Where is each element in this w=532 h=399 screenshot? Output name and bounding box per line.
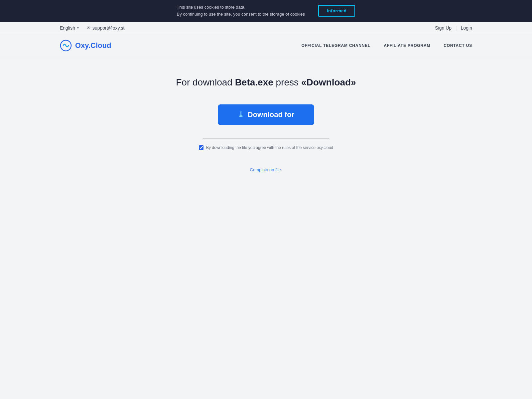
page-heading: For download Beta.exe press «Download» (140, 77, 392, 88)
informed-button[interactable]: Informed (318, 5, 355, 17)
email-address: support@oxy.st (92, 25, 124, 31)
main-content: For download Beta.exe press «Download» ⤓… (133, 57, 399, 193)
header: Oxy.Cloud OFFICIAL TELEGRAM CHANNEL AFFI… (0, 34, 532, 57)
terms-text: By downloading the file you agree with t… (206, 145, 333, 150)
cookie-line2: By continuing to use the site, you conse… (177, 11, 305, 18)
download-icon: ⤓ (238, 110, 244, 119)
complain-link[interactable]: Complain on file· (250, 167, 282, 172)
terms-row: By downloading the file you agree with t… (140, 145, 392, 150)
terms-checkbox[interactable] (199, 145, 203, 150)
main-nav: OFFICIAL TELEGRAM CHANNEL AFFILIATE PROG… (301, 43, 472, 48)
logo-icon (60, 40, 72, 52)
logo-text-cloud: Cloud (90, 41, 111, 50)
cookie-banner: This site uses cookies to store data. By… (0, 0, 532, 22)
email-icon: ✉ (87, 25, 90, 30)
utility-left: English ▾ ✉ support@oxy.st (60, 25, 124, 31)
download-button-label: Download for (248, 110, 295, 119)
utility-right: Sign Up | Login (435, 25, 472, 31)
logo[interactable]: Oxy.Cloud (60, 40, 111, 52)
nav-telegram-link[interactable]: OFFICIAL TELEGRAM CHANNEL (301, 43, 370, 48)
login-link[interactable]: Login (461, 25, 472, 31)
nav-affiliate-link[interactable]: AFFILIATE PROGRAM (384, 43, 430, 48)
cookie-text: This site uses cookies to store data. By… (177, 4, 305, 18)
heading-suffix: press (273, 77, 301, 87)
separator (203, 138, 329, 139)
language-label: English (60, 25, 75, 31)
nav-contact-link[interactable]: CONTACT US (444, 43, 472, 48)
heading-filename: Beta.exe (235, 77, 273, 87)
heading-prefix: For download (176, 77, 235, 87)
signup-link[interactable]: Sign Up (435, 25, 452, 31)
divider: | (456, 25, 457, 31)
logo-text-oxy: Oxy. (75, 41, 90, 50)
logo-text: Oxy.Cloud (75, 41, 111, 50)
chevron-down-icon: ▾ (77, 26, 79, 30)
download-button[interactable]: ⤓ Download for (218, 104, 315, 125)
utility-bar: English ▾ ✉ support@oxy.st Sign Up | Log… (0, 22, 532, 34)
heading-action: «Download» (301, 77, 356, 87)
language-selector[interactable]: English ▾ (60, 25, 79, 31)
cookie-line1: This site uses cookies to store data. (177, 4, 305, 11)
support-email-link[interactable]: ✉ support@oxy.st (87, 25, 124, 31)
